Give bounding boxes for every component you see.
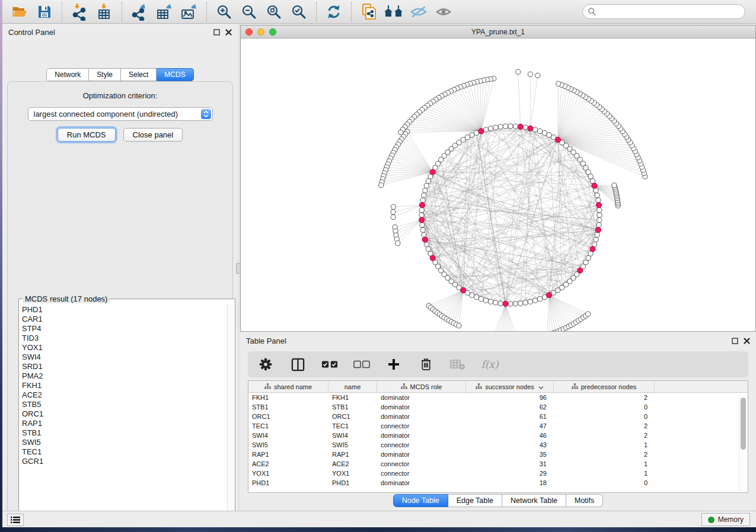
zoom-out-icon[interactable] xyxy=(237,2,261,22)
select-stepper-icon xyxy=(201,109,211,119)
mcds-result-item[interactable]: SRD1 xyxy=(22,362,227,371)
open-file-icon[interactable] xyxy=(7,2,32,22)
hide-selected-icon[interactable] xyxy=(406,2,431,22)
mcds-result-item[interactable]: SWI5 xyxy=(22,438,227,447)
refresh-icon[interactable] xyxy=(321,2,346,22)
table-row[interactable]: YOX1YOX1connector291 xyxy=(248,469,748,478)
mcds-result-item[interactable]: GCR1 xyxy=(22,457,227,466)
status-bar: Memory xyxy=(2,511,756,527)
table-panel-tabs: Node TableEdge TableNetwork TableMotifs xyxy=(393,494,604,507)
deselect-all-icon[interactable] xyxy=(353,355,370,373)
table-cell: 43 xyxy=(466,441,554,448)
tab-node-table[interactable]: Node Table xyxy=(393,494,448,507)
float-table-panel-icon[interactable] xyxy=(732,338,738,344)
tab-network-table[interactable]: Network Table xyxy=(502,494,566,507)
table-settings-gear-icon[interactable] xyxy=(257,355,274,373)
table-row[interactable]: SWI5SWI5connector431 xyxy=(248,440,748,450)
network-graph[interactable] xyxy=(241,39,755,331)
column-header-predecessor-nodes[interactable]: predecessor nodes xyxy=(554,381,655,392)
column-header-MCDS-role[interactable]: MCDS role xyxy=(377,381,466,392)
network-view-window: YPA_prune.txt_1 xyxy=(240,25,756,332)
mcds-result-item[interactable]: PHD1 xyxy=(22,305,227,315)
run-mcds-button[interactable]: Run MCDS xyxy=(58,128,116,142)
table-row[interactable]: ORC1ORC1dominator610 xyxy=(248,412,748,421)
table-cell: YOX1 xyxy=(248,470,328,477)
save-session-icon[interactable] xyxy=(32,2,57,22)
copy-network-icon[interactable] xyxy=(356,2,381,22)
tab-edge-table[interactable]: Edge Table xyxy=(448,494,502,507)
table-scrollbar[interactable] xyxy=(739,394,747,491)
first-neighbors-icon[interactable] xyxy=(381,2,406,22)
table-row[interactable]: SWI4SWI4dominator462 xyxy=(248,431,748,440)
network-window-titlebar[interactable]: YPA_prune.txt_1 xyxy=(241,25,755,39)
table-cell: RAP1 xyxy=(328,451,377,458)
table-cell: 2 xyxy=(554,422,655,430)
float-panel-icon[interactable] xyxy=(213,29,220,36)
close-panel-button[interactable]: Close panel xyxy=(123,128,183,142)
mcds-tab-panel: Optimization criterion: largest connecte… xyxy=(7,81,233,525)
import-table-icon[interactable] xyxy=(92,2,117,22)
task-history-button[interactable] xyxy=(7,514,24,526)
zoom-in-icon[interactable] xyxy=(212,2,237,22)
mcds-result-item[interactable]: TEC1 xyxy=(22,447,227,457)
export-network-icon[interactable] xyxy=(127,2,152,22)
mcds-result-item[interactable]: PMA2 xyxy=(22,371,227,381)
mcds-list-scrollbar[interactable] xyxy=(227,304,234,518)
optimization-criterion-value: largest connected component (undirected) xyxy=(34,110,178,118)
table-cell: PHD1 xyxy=(248,479,328,486)
column-header-name[interactable]: name xyxy=(328,381,377,392)
close-table-panel-icon[interactable] xyxy=(744,338,750,344)
tab-style[interactable]: Style xyxy=(89,68,121,81)
close-panel-icon[interactable] xyxy=(225,29,232,36)
mcds-result-item[interactable]: YOX1 xyxy=(22,343,227,352)
table-row[interactable]: FKH1FKH1dominator962 xyxy=(248,393,748,402)
mcds-result-item[interactable]: SWI4 xyxy=(22,352,227,362)
mcds-result-item[interactable]: ACE2 xyxy=(22,390,227,400)
export-table-icon[interactable] xyxy=(152,2,177,22)
mcds-result-list[interactable]: PHD1CAR1STP4TID3YOX1SWI4SRD1PMA2FKH1ACE2… xyxy=(20,305,227,517)
column-header-shared-name[interactable]: shared name xyxy=(248,381,328,392)
table-cell: 35 xyxy=(466,451,554,458)
zoom-fit-icon[interactable] xyxy=(261,2,286,22)
table-cell: dominator xyxy=(377,432,466,439)
mcds-result-item[interactable]: STP4 xyxy=(22,324,227,334)
tab-network[interactable]: Network xyxy=(46,68,89,81)
mcds-result-item[interactable]: CAR1 xyxy=(22,315,227,324)
node-table-header: shared namenameMCDS rolesuccessor nodesp… xyxy=(248,381,748,393)
import-network-icon[interactable] xyxy=(67,2,92,22)
search-input[interactable] xyxy=(596,8,745,16)
show-columns-icon[interactable] xyxy=(289,355,306,373)
table-panel: Table Panel f(x) shared namenameMCDS xyxy=(240,333,756,511)
table-row[interactable]: ACE2ACE2connector311 xyxy=(248,459,748,469)
mcds-result-item[interactable]: FKH1 xyxy=(22,381,227,390)
select-all-icon[interactable] xyxy=(321,355,338,373)
table-row[interactable]: PHD1PHD1dominator180 xyxy=(248,478,748,488)
table-row[interactable]: TEC1TEC1connector472 xyxy=(248,421,748,431)
add-column-icon[interactable] xyxy=(385,355,402,373)
mcds-result-item[interactable]: STB5 xyxy=(22,400,227,409)
table-row[interactable]: RAP1RAP1dominator352 xyxy=(248,450,748,459)
optimization-criterion-select[interactable]: largest connected component (undirected) xyxy=(28,107,213,121)
tree-icon xyxy=(572,383,578,390)
column-header-filler xyxy=(655,381,748,392)
table-cell: dominator xyxy=(377,451,466,458)
delete-column-trash-icon[interactable] xyxy=(417,355,434,373)
table-cell: connector xyxy=(377,460,466,467)
tab-motifs[interactable]: Motifs xyxy=(566,494,603,507)
table-scrollbar-thumb[interactable] xyxy=(741,398,746,450)
column-header-successor-nodes[interactable]: successor nodes xyxy=(466,381,554,392)
mcds-result-item[interactable]: ORC1 xyxy=(22,409,227,419)
mcds-result-item[interactable]: RAP1 xyxy=(22,419,227,428)
mcds-result-item[interactable]: TID3 xyxy=(22,334,227,343)
mcds-result-item[interactable]: STB1 xyxy=(22,428,227,438)
memory-button[interactable]: Memory xyxy=(701,513,750,526)
export-image-icon[interactable] xyxy=(177,2,202,22)
search-box[interactable] xyxy=(582,4,745,19)
tab-select[interactable]: Select xyxy=(121,68,157,81)
tab-mcds[interactable]: MCDS xyxy=(157,68,193,81)
show-all-icon[interactable] xyxy=(431,2,456,22)
table-cell: STB1 xyxy=(328,403,377,411)
table-row[interactable]: STB1STB1dominator620 xyxy=(248,402,748,412)
network-canvas[interactable] xyxy=(241,39,755,331)
zoom-selected-icon[interactable] xyxy=(286,2,311,22)
